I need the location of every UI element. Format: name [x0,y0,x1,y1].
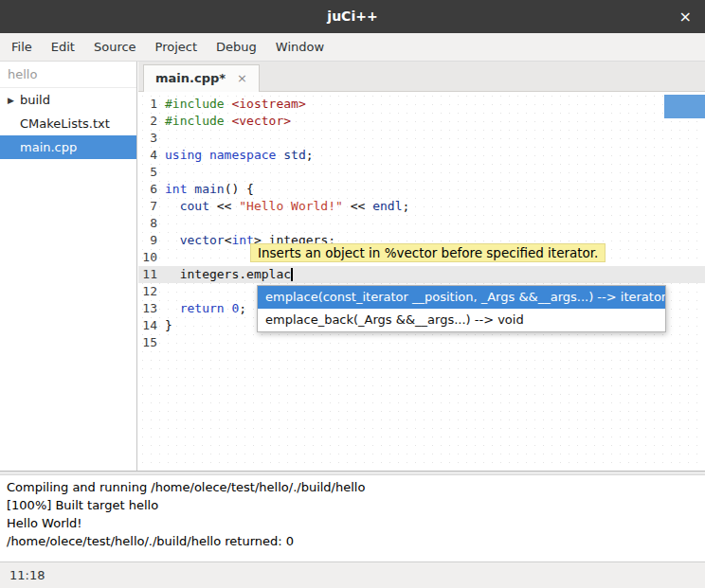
code-line: 11 integers.emplac [138,266,705,283]
menu-project[interactable]: Project [146,33,207,61]
code-token [165,301,180,315]
code-token: <vector> [231,114,291,128]
tree-item-label: build [20,93,50,107]
code-token: int [165,182,187,196]
code-token: std [283,148,305,162]
code-line: 15 [138,334,705,351]
editor-pane: main.cpp*× 1#include <iostream>2#include… [138,62,705,471]
line-number: 4 [138,147,165,164]
code-token: cout [180,199,209,213]
content-area: hello ▶buildCMakeLists.txtmain.cpp main.… [0,62,705,471]
cursor-position: 11:18 [9,568,45,582]
line-number: 5 [138,164,165,181]
menu-window[interactable]: Window [266,33,334,61]
tab-label: main.cpp* [155,71,226,85]
line-number: 1 [138,96,165,113]
scrollbar-thumb[interactable] [664,95,705,118]
code-line: 8 [138,215,705,232]
line-code [165,130,705,147]
code-token: ; [402,199,409,213]
code-line: 4using namespace std; [138,147,705,164]
tree-item-label: CMakeLists.txt [20,116,110,131]
status-bar: 11:18 [0,561,705,588]
code-token: #include [165,97,231,111]
code-line: 1#include <iostream> [138,96,705,113]
window-title: juCi++ [0,0,705,33]
line-code [165,164,705,181]
code-line: 3 [138,130,705,147]
file-tree-sidebar: hello ▶buildCMakeLists.txtmain.cpp [0,62,137,471]
code-line: 7 cout << "Hello World!" << endl; [138,198,705,215]
code-token: ; [306,148,314,162]
code-token: return [180,301,225,315]
file-tree: ▶buildCMakeLists.txtmain.cpp [0,88,136,159]
doc-tooltip: Inserts an object in %vector before spec… [250,243,606,262]
code-token: <iostream> [231,97,305,111]
code-editor[interactable]: 1#include <iostream>2#include <vector>34… [138,92,705,471]
code-token: namespace [209,148,276,162]
line-number: 13 [138,300,165,317]
code-line: 6int main() { [138,181,705,198]
line-number: 14 [138,317,165,334]
line-code: #include <iostream> [165,96,705,113]
completion-item[interactable]: emplace(const_iterator __position, _Args… [258,286,665,309]
tree-item-label: main.cpp [20,140,77,154]
line-code: #include <vector> [165,113,705,130]
completion-popup: emplace(const_iterator __position, _Args… [257,285,666,332]
code-token: #include [165,114,231,128]
output-line: /home/olece/test/hello/./build/hello ret… [7,532,698,550]
line-number: 8 [138,215,165,232]
line-code [165,215,705,232]
line-number: 11 [138,266,165,283]
code-token: endl [372,199,402,213]
line-number: 15 [138,334,165,351]
line-code [165,334,705,351]
code-token: ; [239,301,246,315]
code-token: << [209,199,239,213]
tab-main-cpp[interactable]: main.cpp*× [143,64,260,92]
expander-icon[interactable]: ▶ [8,96,20,105]
line-number: 12 [138,283,165,300]
code-token [165,233,180,247]
tree-item-build[interactable]: ▶build [0,88,136,112]
line-number: 9 [138,232,165,249]
menu-file[interactable]: File [2,33,42,61]
code-token: } [165,318,172,332]
line-code: int main() { [165,181,705,198]
code-token: vector [180,233,225,247]
output-panel: Compiling and running /home/olece/test/h… [0,475,705,561]
code-line: 5 [138,164,705,181]
app-window: juCi++ × FileEditSourceProjectDebugWindo… [0,0,705,588]
code-token [165,199,180,213]
menu-source[interactable]: Source [84,33,146,61]
code-token: main [194,182,224,196]
code-line: 2#include <vector> [138,113,705,130]
window-close-icon[interactable]: × [679,0,692,33]
tab-bar: main.cpp*× [138,62,705,92]
output-line: Compiling and running /home/olece/test/h… [7,478,698,496]
code-token [202,148,209,162]
line-number: 3 [138,130,165,147]
titlebar: juCi++ × [0,0,705,33]
output-line: Hello World! [7,514,698,532]
code-token: () { [225,182,254,196]
code-token: "Hello World!" [239,199,343,213]
menubar: FileEditSourceProjectDebugWindow [0,33,705,62]
tab-close-icon[interactable]: × [237,71,247,85]
line-code: using namespace std; [165,147,705,164]
line-number: 2 [138,113,165,130]
line-number: 6 [138,181,165,198]
line-code: integers.emplac [165,266,705,283]
line-code: cout << "Hello World!" << endl; [165,198,705,215]
project-label[interactable]: hello [0,62,136,88]
tree-item-main-cpp[interactable]: main.cpp [0,135,136,159]
tree-item-cmakelists-txt[interactable]: CMakeLists.txt [0,112,136,135]
line-number: 10 [138,249,165,266]
output-line: [100%] Built target hello [7,496,698,514]
menu-edit[interactable]: Edit [42,33,84,61]
menu-debug[interactable]: Debug [207,33,266,61]
code-token: integers.emplac [165,267,291,281]
line-number: 7 [138,198,165,215]
code-token: << [343,199,372,213]
completion-item[interactable]: emplace_back(_Args &&__args...) --> void [258,309,665,331]
